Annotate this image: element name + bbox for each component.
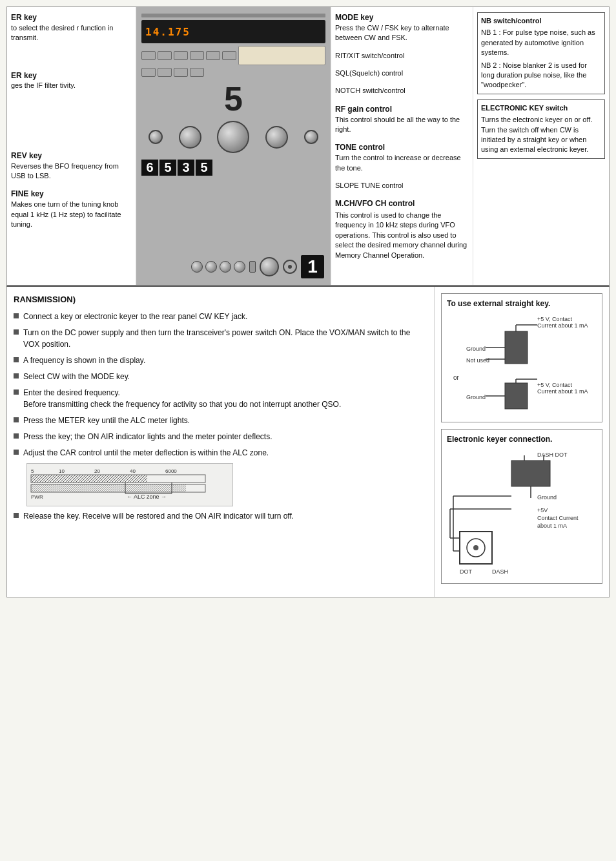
radio-btn-10[interactable]: [190, 68, 204, 77]
knob-medium-2[interactable]: [265, 126, 288, 149]
svg-text:Ground: Ground: [466, 346, 486, 352]
bottom-num-row: 6 5 3 5: [141, 160, 325, 176]
bottom-num-3: 3: [178, 160, 194, 176]
upper-section: ER key to select the desired r function …: [6, 6, 610, 285]
alc-zone-svg: 5 10 20 40 6000: [30, 466, 223, 502]
radio-btn-9[interactable]: [174, 68, 188, 77]
label-er-key-transmit: ER key to select the desired r function …: [11, 12, 132, 43]
svg-text:or: or: [453, 374, 460, 381]
instruction-3: A frequency is shown in the display.: [14, 355, 427, 366]
big-number-5: 5: [224, 80, 243, 118]
bullet-1: [14, 313, 19, 318]
label-sql: SQL(Squelch) control: [335, 68, 469, 78]
svg-text:40: 40: [130, 468, 136, 474]
svg-text:DASH    DOT: DASH DOT: [537, 451, 568, 458]
svg-text:6000: 6000: [165, 468, 177, 474]
bottom-numbers-area: 6 5 3 5: [141, 160, 325, 176]
svg-text:20: 20: [94, 468, 100, 474]
bullet-9: [14, 513, 19, 518]
svg-text:Current about 1 mA: Current about 1 mA: [537, 388, 588, 395]
radio-btn-7[interactable]: [141, 68, 156, 77]
bullet-2: [14, 329, 19, 335]
svg-text:about 1 mA: about 1 mA: [537, 523, 567, 529]
mid-labels-col: MODE key Press the CW / FSK key to alter…: [331, 7, 473, 285]
electronic-key-box: ELECTRONIC KEY switch Turns the electron…: [477, 99, 605, 159]
label-mch-vfo: M.CH/VFO CH control This control is used…: [335, 198, 469, 260]
svg-text:10: 10: [59, 468, 65, 474]
nb-switch-box: NB switch/control NB 1 : For pulse type …: [477, 12, 605, 94]
ctrl-knob-2[interactable]: [205, 261, 217, 273]
bullet-3: [14, 357, 19, 362]
radio-btn-1[interactable]: [141, 51, 156, 60]
radio-btn-8[interactable]: [158, 68, 172, 77]
ctrl-knob-3[interactable]: [220, 261, 231, 273]
label-rf-gain: RF gain control This control should be a…: [335, 104, 469, 135]
main-knob-right[interactable]: [260, 257, 279, 276]
bullet-4: [14, 373, 19, 379]
radio-btn-2[interactable]: [158, 51, 172, 60]
electronic-keyer-title: Electronic keyer connection.: [447, 435, 597, 444]
svg-point-42: [473, 545, 478, 550]
label-notch: NOTCH switch/control: [335, 86, 469, 96]
radio-btn-3[interactable]: [174, 51, 188, 60]
instruction-5: Enter the desired frequency. Before tran…: [14, 387, 427, 410]
knob-medium-1[interactable]: [179, 126, 201, 149]
knob-large-main[interactable]: [217, 121, 249, 153]
svg-text:DOT: DOT: [460, 568, 473, 575]
section-title: RANSMISSION): [14, 295, 427, 304]
svg-text:5: 5: [31, 468, 34, 474]
radio-top-strip: [141, 14, 325, 17]
ctrl-knob-4[interactable]: [234, 261, 245, 273]
circle-connector: [283, 260, 297, 274]
radio-btn-4[interactable]: [190, 51, 204, 60]
radio-btn-5[interactable]: [206, 51, 220, 60]
bottom-section: RANSMISSION) Connect a key or electronic…: [6, 287, 610, 597]
page-wrapper: ER key to select the desired r function …: [0, 0, 616, 861]
radio-meter: [238, 46, 325, 65]
label-slope-tune: SLOPE TUNE control: [335, 181, 469, 191]
big-number-5-area: 5: [141, 82, 325, 116]
instruction-2: Turn on the DC power supply and then tur…: [14, 327, 427, 350]
radio-button-row-1: [141, 46, 325, 65]
ctrl-knob-1[interactable]: [191, 261, 203, 273]
svg-text:DASH: DASH: [492, 568, 508, 575]
svg-rect-24: [505, 383, 528, 409]
knob-small-1[interactable]: [149, 130, 163, 144]
diagrams-col: To use external straight key. +5 V, Cont…: [435, 287, 609, 597]
svg-text:PWR: PWR: [31, 494, 43, 500]
label-tone: TONE control Turn the control to increas…: [335, 142, 469, 173]
instructions-main: RANSMISSION) Connect a key or electronic…: [7, 287, 435, 597]
straight-key-title: To use external straight key.: [447, 299, 597, 308]
svg-rect-6: [31, 475, 147, 482]
radio-bottom-right: 1: [191, 255, 324, 278]
small-controls-row: [191, 261, 245, 273]
radio-button-row-2: [141, 68, 325, 77]
svg-text:Ground: Ground: [537, 494, 557, 501]
instruction-8: Adjust the CAR control until the meter d…: [14, 447, 427, 459]
label-fine-key: FINE key Makes one turn of the tuning kn…: [11, 189, 132, 229]
instruction-6: Press the METER key until the ALC meter …: [14, 415, 427, 426]
svg-text:Not used: Not used: [466, 357, 489, 364]
knobs-row: [141, 121, 325, 153]
knob-small-2[interactable]: [304, 130, 318, 144]
straight-key-svg: +5 V, Contact Current about 1 mA Ground …: [447, 312, 595, 415]
svg-text:+5 V, Contact: +5 V, Contact: [537, 316, 572, 322]
instruction-4: Select CW with the MODE key.: [14, 371, 427, 382]
bottom-num-5b: 5: [196, 160, 212, 176]
label-rit-xit: RIT/XIT switch/control: [335, 51, 469, 61]
electronic-keyer-diagram-card: Electronic keyer connection. DASH DOT Gr…: [441, 429, 602, 584]
bottom-num-5a: 5: [159, 160, 176, 176]
svg-text:+5 V, Contact: +5 V, Contact: [537, 382, 572, 388]
svg-rect-32: [511, 461, 550, 486]
svg-text:Ground: Ground: [466, 394, 486, 400]
toggle-switch[interactable]: [249, 261, 256, 273]
alc-zone-illustration: 5 10 20 40 6000: [26, 463, 233, 506]
bullet-7: [14, 433, 19, 439]
straight-key-diagram-card: To use external straight key. +5 V, Cont…: [441, 293, 602, 422]
svg-text:← ALC zone →: ← ALC zone →: [127, 493, 167, 500]
label-mode-key: MODE key Press the CW / FSK key to alter…: [335, 12, 469, 43]
instruction-7: Press the key; the ON AIR indicator ligh…: [14, 431, 427, 442]
radio-btn-6[interactable]: [222, 51, 236, 60]
svg-text:Current about 1 mA: Current about 1 mA: [537, 322, 588, 329]
label-rev-key: REV key Reverses the BFO frequency from …: [11, 150, 132, 182]
